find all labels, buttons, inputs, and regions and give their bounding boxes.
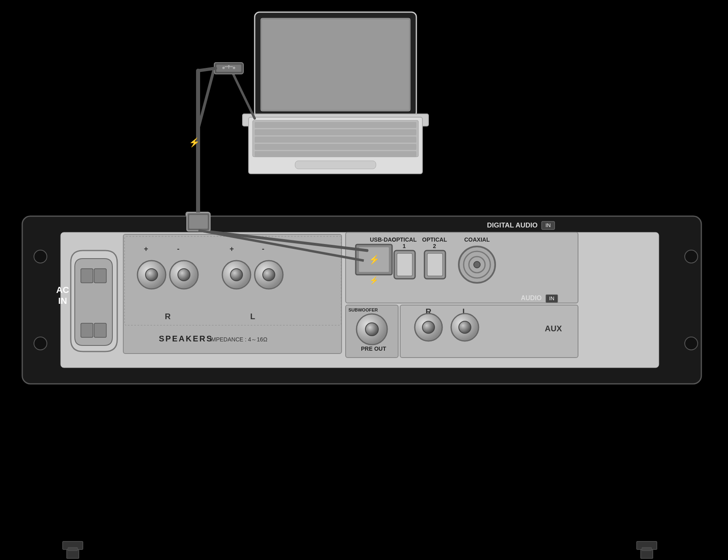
diagram-container: [0, 0, 728, 560]
